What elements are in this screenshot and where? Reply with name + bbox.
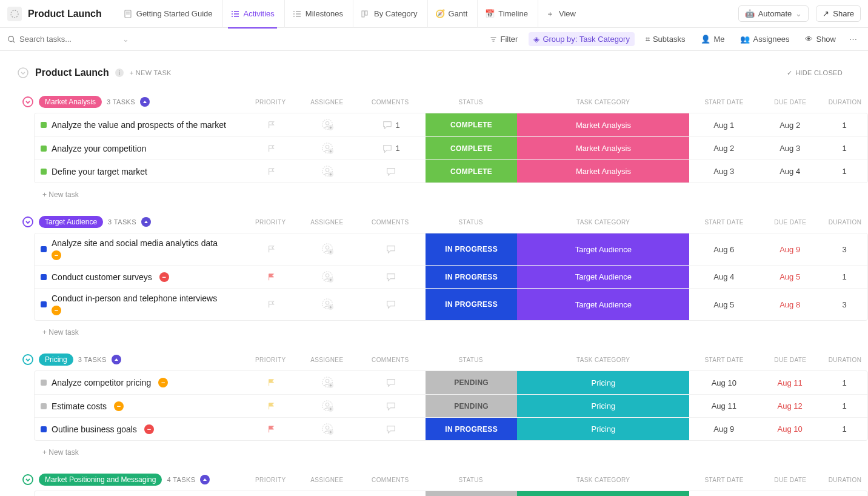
task-row[interactable]: Analyze your competition 1 COMPLETE Mark… [35, 136, 867, 159]
priority-cell[interactable] [244, 113, 299, 136]
group-collapse-icon[interactable] [22, 216, 34, 228]
start-date-cell[interactable]: Aug 5 [689, 289, 758, 320]
col-comments[interactable]: COMMENTS [356, 351, 425, 368]
task-status-dot[interactable] [41, 169, 47, 175]
info-icon[interactable]: i [115, 69, 124, 77]
assignee-cell[interactable] [299, 418, 357, 440]
assignee-cell[interactable] [299, 233, 357, 265]
task-status-dot[interactable] [41, 246, 47, 252]
col-comments[interactable]: COMMENTS [356, 213, 425, 230]
duration-cell[interactable]: 1 [821, 395, 867, 417]
task-row[interactable]: Conduct in-person and telephone intervie… [35, 288, 867, 320]
due-date-cell[interactable]: Aug 12 [758, 395, 821, 417]
comments-cell[interactable] [356, 266, 426, 288]
task-name[interactable]: Analyze the value and prospects of the m… [52, 120, 226, 130]
col-priority[interactable]: PRIORITY [243, 213, 298, 230]
new-task-row[interactable]: + New task [19, 443, 868, 461]
category-cell[interactable]: Market Analysis [517, 113, 689, 136]
group-collapse-icon[interactable] [22, 474, 34, 486]
col-status[interactable]: STATUS [425, 93, 517, 110]
due-date-cell[interactable]: Aug 10 [758, 418, 821, 440]
comments-cell[interactable] [356, 371, 426, 394]
duration-cell[interactable]: 3 [821, 233, 867, 265]
status-cell[interactable]: IN PROGRESS [426, 233, 518, 265]
more-menu-button[interactable]: ⋯ [847, 35, 861, 44]
category-cell[interactable]: Market Analysis [517, 160, 689, 183]
status-cell[interactable]: IN PROGRESS [426, 266, 518, 288]
status-cell[interactable]: COMPLETE [426, 113, 518, 136]
group-collapse-icon[interactable] [22, 96, 34, 108]
group-pill[interactable]: Market Positioning and Messaging [39, 474, 162, 486]
show-button[interactable]: 👁 Show [800, 32, 841, 46]
task-row[interactable]: Outline business goals − IN PROGRESS Pri… [35, 417, 867, 440]
start-date-cell[interactable]: Aug 3 [689, 160, 758, 183]
sort-icon[interactable] [140, 97, 150, 107]
assignee-cell[interactable] [299, 491, 357, 496]
due-date-cell[interactable]: Aug 4 [758, 160, 821, 183]
assignee-cell[interactable] [299, 160, 357, 183]
col-status[interactable]: STATUS [425, 471, 517, 488]
priority-cell[interactable] [244, 418, 299, 440]
task-name[interactable]: Analyze your competition [52, 144, 146, 153]
col-priority[interactable]: PRIORITY [243, 471, 298, 488]
category-cell[interactable]: Pricing [517, 395, 689, 417]
col-start-date[interactable]: START DATE [690, 93, 759, 110]
sort-icon[interactable] [200, 475, 210, 484]
col-assignee[interactable]: ASSIGNEE [298, 351, 356, 368]
task-status-dot[interactable] [41, 403, 47, 409]
status-cell[interactable]: COMPLETE [426, 160, 518, 183]
task-name[interactable]: Estimate costs [52, 401, 107, 411]
duration-cell[interactable]: 3 [821, 289, 867, 320]
duration-cell[interactable]: 1 [821, 137, 867, 159]
col-due-date[interactable]: DUE DATE [759, 471, 822, 488]
category-cell[interactable]: Pricing [517, 418, 689, 440]
assignees-button[interactable]: 👥 Assignees [735, 32, 794, 46]
comments-cell[interactable]: 1 [356, 113, 426, 136]
task-row[interactable]: Complete the messaging framework − PENDI… [35, 491, 867, 496]
col-start-date[interactable]: START DATE [690, 351, 759, 368]
category-cell[interactable]: Market Positioning and Messaging [517, 491, 689, 496]
priority-cell[interactable] [244, 137, 299, 159]
comments-cell[interactable] [356, 491, 426, 496]
status-cell[interactable]: PENDING [426, 395, 518, 417]
subtasks-button[interactable]: ⌗ Subtasks [641, 32, 690, 47]
start-date-cell[interactable]: Aug 9 [689, 418, 758, 440]
col-due-date[interactable]: DUE DATE [759, 351, 822, 368]
start-date-cell[interactable]: Aug 4 [689, 266, 758, 288]
task-status-dot[interactable] [41, 301, 47, 307]
comments-cell[interactable]: 1 [356, 137, 426, 159]
assignee-cell[interactable] [299, 395, 357, 417]
col-priority[interactable]: PRIORITY [243, 351, 298, 368]
priority-cell[interactable] [244, 266, 299, 288]
task-row[interactable]: Analyze the value and prospects of the m… [35, 113, 867, 136]
new-task-button[interactable]: + NEW TASK [130, 69, 172, 76]
col-status[interactable]: STATUS [425, 213, 517, 230]
status-cell[interactable]: IN PROGRESS [426, 418, 518, 440]
status-cell[interactable]: COMPLETE [426, 137, 518, 159]
view-tab-getting-started[interactable]: Getting Started Guide [115, 0, 220, 28]
col-status[interactable]: STATUS [425, 351, 517, 368]
task-status-dot[interactable] [41, 122, 47, 128]
group-pill[interactable]: Market Analysis [39, 96, 102, 108]
due-date-cell[interactable]: Aug 9 [758, 233, 821, 265]
priority-cell[interactable] [244, 491, 299, 496]
col-comments[interactable]: COMMENTS [356, 471, 425, 488]
task-name[interactable]: Define your target market [52, 167, 147, 176]
comments-cell[interactable] [356, 418, 426, 440]
sort-icon[interactable] [141, 217, 151, 227]
assignee-cell[interactable] [299, 266, 357, 288]
view-tab-milestones[interactable]: Milestones [284, 0, 350, 28]
group-collapse-icon[interactable] [22, 354, 34, 366]
duration-cell[interactable]: 1 [821, 371, 867, 394]
task-status-dot[interactable] [41, 380, 47, 386]
status-cell[interactable]: IN PROGRESS [426, 289, 518, 320]
view-tab-by-category[interactable]: By Category [353, 0, 425, 28]
comments-cell[interactable] [356, 289, 426, 320]
col-due-date[interactable]: DUE DATE [759, 93, 822, 110]
section-caret-icon[interactable] [17, 67, 29, 79]
due-date-cell[interactable]: Aug 8 [758, 289, 821, 320]
task-name[interactable]: Conduct customer surveys [52, 272, 152, 282]
col-duration[interactable]: DURATION [822, 93, 868, 110]
view-tab-timeline[interactable]: 📅 Timeline [477, 0, 535, 28]
group-by-button[interactable]: ◈ Group by: Task Category [529, 32, 635, 46]
